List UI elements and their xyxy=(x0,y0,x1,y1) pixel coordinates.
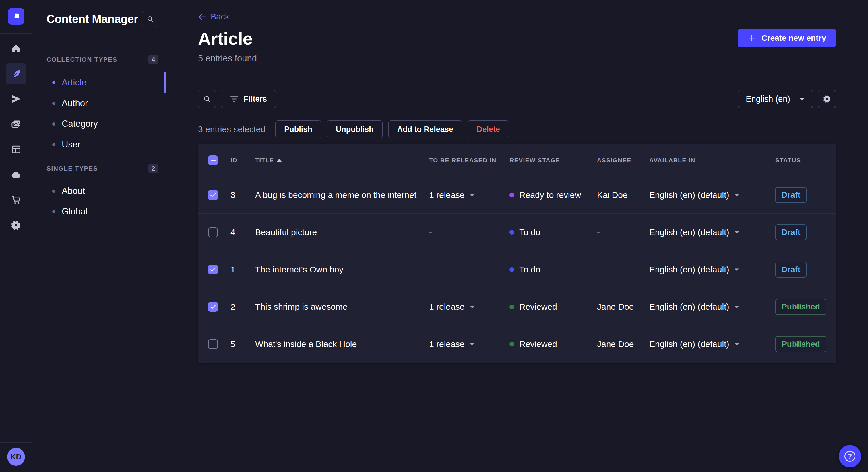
add-to-release-button[interactable]: Add to Release xyxy=(389,121,462,138)
delete-button[interactable]: Delete xyxy=(468,121,509,138)
strapi-logo-icon xyxy=(11,11,21,21)
status-badge: Draft xyxy=(775,187,807,203)
row-assignee: - xyxy=(597,265,649,274)
column-id[interactable]: ID xyxy=(230,157,255,164)
table-row[interactable]: 2 This shrimp is awesome 1 release Revie… xyxy=(198,288,836,326)
status-badge: Published xyxy=(775,299,826,315)
sidebar-item-global[interactable]: Global xyxy=(46,201,158,222)
row-id: 1 xyxy=(230,265,255,274)
gear-icon xyxy=(823,94,832,103)
review-stage: Reviewed xyxy=(509,302,597,312)
column-available: AVAILABLE IN xyxy=(649,157,775,164)
chevron-down-icon xyxy=(734,305,739,308)
status-badge: Draft xyxy=(775,262,807,278)
row-title: This shrimp is awesome xyxy=(255,302,429,312)
sidebar-item-author[interactable]: Author xyxy=(46,93,158,113)
unpublish-button[interactable]: Unpublish xyxy=(327,121,383,138)
bullet-icon xyxy=(52,210,55,213)
stage-dot-icon xyxy=(509,342,514,346)
select-all-checkbox[interactable] xyxy=(208,156,218,165)
view-settings-button[interactable] xyxy=(818,90,836,108)
chevron-down-icon xyxy=(470,305,475,308)
locale-dropdown[interactable]: English (en) (default) xyxy=(649,302,775,312)
release-value: - xyxy=(429,227,509,237)
table-row[interactable]: 5 What's inside a Black Hole 1 release R… xyxy=(198,326,836,363)
table-row[interactable]: 3 A bug is becoming a meme on the intern… xyxy=(198,176,836,214)
bullet-icon xyxy=(52,143,55,146)
row-checkbox[interactable] xyxy=(208,265,218,274)
row-checkbox[interactable] xyxy=(208,339,218,349)
collection-types-count: 4 xyxy=(148,55,158,64)
row-title: A bug is becoming a meme on the internet xyxy=(255,190,429,200)
help-button[interactable]: ? xyxy=(839,445,861,467)
table-row[interactable]: 4 Beautiful picture - To do - English (e… xyxy=(198,214,836,251)
logo-container xyxy=(0,0,32,34)
stage-dot-icon xyxy=(509,193,514,197)
collection-types-label: COLLECTION TYPES xyxy=(46,56,117,63)
home-icon[interactable] xyxy=(6,38,26,59)
chevron-down-icon xyxy=(470,342,475,346)
locale-dropdown[interactable]: English (en) (default) xyxy=(649,265,775,274)
review-stage: Ready to review xyxy=(509,190,597,200)
sidebar-item-user[interactable]: User xyxy=(46,134,158,155)
review-stage: To do xyxy=(509,227,597,237)
entries-count: 5 entries found xyxy=(198,53,257,64)
locale-dropdown[interactable]: English (en) (default) xyxy=(649,190,775,200)
table-header-row: ID TITLE TO BE RELEASED IN REVIEW STAGE … xyxy=(198,144,836,176)
bullet-icon xyxy=(52,81,55,84)
row-title: What's inside a Black Hole xyxy=(255,339,429,349)
content-manager-sidebar: Content Manager COLLECTION TYPES 4 Artic… xyxy=(32,0,165,472)
chevron-down-icon xyxy=(734,193,739,197)
filters-button[interactable]: Filters xyxy=(221,90,276,108)
marketplace-icon[interactable] xyxy=(6,190,26,210)
sort-asc-icon xyxy=(277,158,282,162)
locale-dropdown[interactable]: English (en) (default) xyxy=(649,339,775,349)
column-stage: REVIEW STAGE xyxy=(509,157,597,164)
page-title: Article xyxy=(198,28,257,49)
create-new-entry-button[interactable]: Create new entry xyxy=(738,29,836,47)
media-library-icon[interactable] xyxy=(6,114,26,134)
main-content: Back Article 5 entries found Create new … xyxy=(165,0,868,472)
sidebar-item-category[interactable]: Category xyxy=(46,113,158,134)
sidebar-item-about[interactable]: About xyxy=(46,181,158,201)
releases-icon[interactable] xyxy=(6,89,26,109)
strapi-logo[interactable] xyxy=(8,8,24,25)
search-icon xyxy=(203,95,211,103)
cloud-icon[interactable] xyxy=(6,164,26,185)
back-link[interactable]: Back xyxy=(198,12,229,22)
column-title[interactable]: TITLE xyxy=(255,157,429,164)
content-type-builder-icon[interactable] xyxy=(6,139,26,160)
release-dropdown[interactable]: 1 release xyxy=(429,339,509,349)
publish-button[interactable]: Publish xyxy=(275,121,321,138)
single-types-list: About Global xyxy=(46,181,158,222)
row-checkbox[interactable] xyxy=(208,302,218,312)
row-assignee: - xyxy=(597,227,649,237)
sidebar-title: Content Manager xyxy=(46,12,138,26)
review-stage: Reviewed xyxy=(509,339,597,349)
single-types-label: SINGLE TYPES xyxy=(46,165,98,172)
filter-icon xyxy=(230,96,239,102)
release-dropdown[interactable]: 1 release xyxy=(429,302,509,312)
row-title: Beautiful picture xyxy=(255,227,429,237)
row-checkbox[interactable] xyxy=(208,227,218,237)
rail-bottom: KD xyxy=(0,442,32,472)
release-dropdown[interactable]: 1 release xyxy=(429,190,509,200)
content-manager-icon[interactable] xyxy=(6,63,26,84)
settings-icon[interactable] xyxy=(6,215,26,235)
row-title: The internet's Own boy xyxy=(255,265,429,274)
row-assignee: Jane Doe xyxy=(597,339,649,349)
user-avatar[interactable]: KD xyxy=(7,448,25,466)
locale-dropdown[interactable]: English (en) (default) xyxy=(649,227,775,237)
collection-types-list: Article Author Category User xyxy=(46,72,158,155)
row-checkbox[interactable] xyxy=(208,190,218,200)
list-search-button[interactable] xyxy=(198,90,216,108)
arrow-left-icon xyxy=(198,14,207,20)
plus-icon xyxy=(747,34,756,42)
locale-select[interactable]: English (en) xyxy=(738,90,813,108)
table-row[interactable]: 1 The internet's Own boy - To do - Engli… xyxy=(198,251,836,288)
stage-dot-icon xyxy=(509,230,514,235)
stage-dot-icon xyxy=(509,305,514,309)
sidebar-search-button[interactable] xyxy=(142,11,158,27)
sidebar-item-article[interactable]: Article xyxy=(46,72,158,93)
status-badge: Draft xyxy=(775,224,807,240)
